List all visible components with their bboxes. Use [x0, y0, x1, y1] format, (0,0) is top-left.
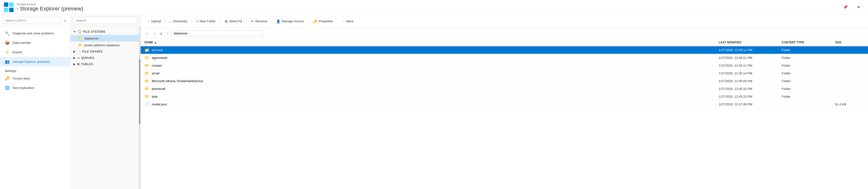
sidebar-item-data-transfer[interactable]: 📦 Data transfer — [0, 38, 70, 48]
file-name-cell: 📁 Microsoft.Athena.TrickleFeedService — [145, 79, 719, 83]
properties-button[interactable]: 🔑 Properties — [310, 18, 336, 25]
file-shares-chevron: ▶ — [73, 50, 76, 53]
table-row[interactable]: 📁 contact 1/27/2020, 12:45:11 PM Folder — [141, 62, 868, 69]
settings-section-header: Settings — [0, 66, 70, 74]
tree-section-file-systems[interactable]: ▼ 📋 FILE SYSTEMS — [70, 29, 141, 35]
new-folder-button[interactable]: + New Folder — [193, 18, 219, 25]
file-name-cell: 📁 contact — [145, 63, 719, 68]
file-systems-chevron: ▼ — [73, 30, 76, 33]
file-name: appmodule — [152, 56, 167, 60]
back-button[interactable]: ← — [145, 31, 150, 36]
geo-replication-label: Geo-replication — [12, 86, 34, 90]
sidebar-item-events[interactable]: ⚡ Events — [0, 48, 70, 57]
svg-rect-1 — [9, 2, 13, 7]
down-button[interactable]: ∨ — [159, 31, 163, 36]
file-shares-label: FILE SHARES — [82, 50, 103, 53]
collapse-button[interactable]: « — [63, 18, 67, 24]
tree-section-file-shares[interactable]: ▶ 📄 FILE SHARES — [70, 49, 141, 55]
table-row[interactable]: 📁 task 1/27/2020, 12:45:10 PM Folder — [141, 93, 868, 100]
manage-access-button[interactable]: 👤 Manage Access — [273, 18, 307, 25]
rename-label: Rename — [255, 20, 267, 23]
col-header-name[interactable]: NAME ▲ — [145, 41, 719, 44]
folder-icon: 📁 — [145, 87, 149, 91]
tree-section-queues[interactable]: ▶ ⚏ QUEUES — [70, 55, 141, 61]
power-platform-label: power-platform-dataflows — [84, 43, 120, 47]
select-all-button[interactable]: ⊞ Select All — [221, 18, 245, 25]
file-name-cell: 📁 email — [145, 71, 719, 75]
toolbar-sep-3 — [220, 19, 220, 24]
file-systems-icon: 📋 — [78, 30, 82, 33]
sidebar-item-storage-explorer[interactable]: 👥 Storage Explorer (preview) — [0, 57, 70, 66]
close-button[interactable]: ✕ — [853, 3, 864, 12]
tables-label: TABLES — [81, 63, 93, 66]
table-row[interactable]: 📁 Microsoft.Athena.TrickleFeedService 1/… — [141, 77, 868, 85]
upload-label: Upload — [151, 20, 161, 23]
sidebar-item-geo-replication[interactable]: 🌐 Geo-replication — [0, 83, 70, 93]
col-header-type[interactable]: CONTENT TYPE — [782, 41, 835, 44]
tree-section-tables[interactable]: ▶ ⊞ TABLES — [70, 61, 141, 67]
titlebar-subtitle: Storage account — [17, 3, 83, 6]
svg-rect-2 — [4, 8, 8, 12]
storage-explorer-label: Storage Explorer (preview) — [12, 60, 50, 63]
more-label: More — [346, 20, 353, 23]
titlebar: Storage account - Storage Explorer (prev… — [0, 0, 868, 14]
file-type: Folder — [782, 56, 835, 60]
tree-item-power-platform[interactable]: 📁 power-platform-dataflows — [70, 42, 141, 49]
svg-rect-3 — [9, 8, 13, 12]
table-row[interactable]: 📁 phonecall 1/27/2020, 12:45:10 PM Folde… — [141, 85, 868, 93]
file-systems-label: FILE SYSTEMS — [83, 30, 105, 33]
file-modified: 1/27/2020, 12:45:11 PM — [719, 48, 782, 52]
file-name-cell: 📁 account — [145, 48, 719, 52]
tree-search-input[interactable] — [73, 17, 137, 24]
folder-icon: 📁 — [145, 56, 149, 60]
storage-explorer-icon: 👥 — [5, 59, 10, 64]
events-icon: ⚡ — [5, 50, 10, 55]
file-shares-icon: 📄 — [77, 50, 81, 53]
col-header-modified[interactable]: LAST MODIFIED — [719, 41, 782, 44]
tree-scrollbar-track — [139, 27, 141, 189]
col-header-size[interactable]: SIZE — [835, 41, 864, 44]
toolbar: ↑ Upload ↓ Download + New Folder ⊞ Selec… — [141, 14, 868, 28]
toolbar-sep-2 — [191, 19, 192, 24]
forward-button[interactable]: → — [152, 31, 157, 36]
data-transfer-icon: 📦 — [5, 40, 10, 45]
table-row[interactable]: 📁 account 1/27/2020, 12:45:11 PM Folder — [141, 46, 868, 54]
pin-button[interactable]: 📌 — [840, 3, 851, 12]
events-label: Events — [12, 51, 22, 54]
file-name: account — [152, 48, 163, 52]
sidebar-item-diagnose[interactable]: 🔧 Diagnose and solve problems — [0, 29, 70, 38]
file-name: model.json — [152, 102, 167, 106]
new-folder-label: New Folder — [199, 20, 216, 23]
file-type: Folder — [782, 71, 835, 75]
diagnose-label: Diagnose and solve problems — [12, 32, 54, 35]
up-button[interactable]: ↑ — [165, 31, 169, 36]
queues-chevron: ▶ — [73, 56, 76, 60]
upload-button[interactable]: ↑ Upload — [145, 18, 164, 25]
manage-access-icon: 👤 — [276, 20, 280, 23]
tree-item-dataverse[interactable]: 📁 dataverse- — [70, 35, 141, 42]
svg-rect-0 — [4, 2, 8, 7]
download-button[interactable]: ↓ Download — [166, 18, 191, 25]
file-type: Folder — [782, 79, 835, 83]
rename-button[interactable]: ✏ Rename — [248, 18, 271, 25]
sidebar-search-input[interactable] — [3, 17, 61, 24]
download-icon: ↓ — [170, 20, 172, 23]
more-icon: ··· — [342, 20, 345, 23]
rename-icon: ✏ — [251, 20, 254, 23]
address-input[interactable] — [171, 30, 263, 36]
table-row[interactable]: 📁 email 1/27/2020, 12:45:14 PM Folder — [141, 69, 868, 77]
file-type: Folder — [782, 95, 835, 98]
tables-icon: ⊞ — [77, 63, 80, 66]
sidebar-item-access-keys[interactable]: 🔑 Access keys — [0, 74, 70, 83]
more-button[interactable]: ··· More — [338, 18, 356, 25]
file-icon: 📄 — [145, 102, 149, 106]
file-type: Folder — [782, 87, 835, 91]
file-name: phonecall — [152, 87, 165, 91]
file-list-header: NAME ▲ LAST MODIFIED CONTENT TYPE SIZE — [141, 39, 868, 46]
folder-icon: 📁 — [145, 71, 149, 75]
table-row[interactable]: 📁 appmodule 1/27/2020, 12:46:01 PM Folde… — [141, 54, 868, 62]
file-modified: 1/27/2020, 12:45:10 PM — [719, 87, 782, 91]
new-folder-icon: + — [196, 20, 198, 23]
table-row[interactable]: 📄 model.json 1/27/2020, 12:47:08 PM 61.4… — [141, 100, 868, 108]
main-content: ↑ Upload ↓ Download + New Folder ⊞ Selec… — [141, 14, 868, 189]
